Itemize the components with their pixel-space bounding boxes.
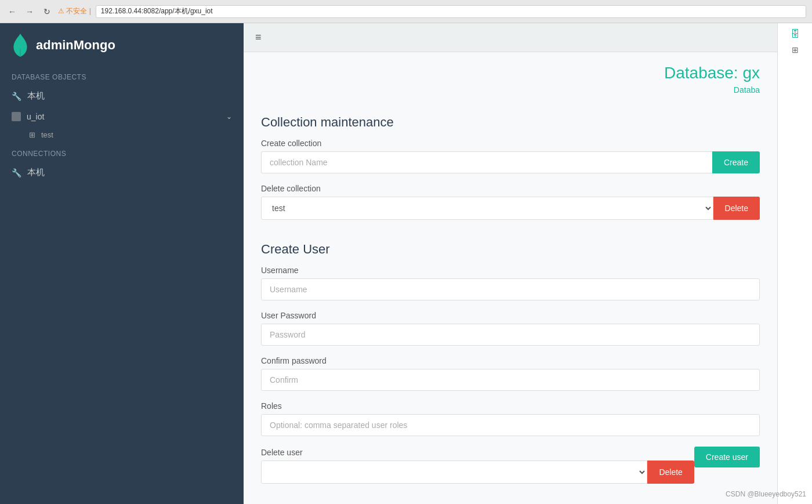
security-warning: ⚠ 不安全 | xyxy=(58,6,91,16)
sidebar-collection-item[interactable]: ⊞ test xyxy=(0,126,244,144)
delete-user-select[interactable] xyxy=(261,461,647,484)
sidebar-item-connections-host[interactable]: 🔧 本机 xyxy=(0,161,244,184)
confirm-password-label: Confirm password xyxy=(261,356,760,365)
create-user-heading: Create User xyxy=(261,242,760,257)
create-user-button[interactable]: Create user xyxy=(694,447,760,467)
confirm-password-group: Confirm password xyxy=(261,356,760,391)
delete-collection-group: Delete collection test Delete xyxy=(261,184,760,220)
right-panel: 🗄 ⊞ xyxy=(777,23,812,504)
delete-user-group: Delete user Delete xyxy=(261,448,760,484)
delete-collection-label: Delete collection xyxy=(261,184,760,193)
database-header: Database: gx xyxy=(244,52,777,85)
refresh-button[interactable]: ↻ xyxy=(41,5,53,18)
topbar: ≡ xyxy=(244,23,777,52)
username-group: Username xyxy=(261,266,760,300)
delete-user-button[interactable]: Delete xyxy=(647,461,694,484)
wrench-icon-2: 🔧 xyxy=(12,168,21,177)
create-collection-group: Create collection Create xyxy=(261,139,760,173)
sidebar-collection-name: test xyxy=(41,130,53,139)
db-icon xyxy=(12,112,21,121)
chevron-down-icon: ⌄ xyxy=(226,113,232,121)
watermark: CSDN @Blueeyedboy521 xyxy=(726,490,806,498)
password-group: User Password xyxy=(261,311,760,346)
sidebar-db-host-label: 本机 xyxy=(27,90,45,101)
delete-collection-button[interactable]: Delete xyxy=(713,197,760,220)
sidebar: adminMongo Database Objects 🔧 本机 u_iot ⌄… xyxy=(0,23,244,504)
menu-button[interactable]: ≡ xyxy=(249,28,267,46)
create-collection-label: Create collection xyxy=(261,139,760,148)
confirm-password-input[interactable] xyxy=(261,369,760,391)
sidebar-title: adminMongo xyxy=(36,38,115,53)
sidebar-db-expand[interactable]: u_iot ⌄ xyxy=(0,107,244,126)
create-collection-button[interactable]: Create xyxy=(712,151,760,173)
sidebar-header: adminMongo xyxy=(0,23,244,67)
forward-button[interactable]: → xyxy=(23,5,36,18)
collection-maintenance-heading: Collection maintenance xyxy=(261,115,760,130)
username-label: Username xyxy=(261,266,760,275)
sidebar-connections-host-label: 本机 xyxy=(27,167,45,178)
database-objects-section: Database Objects xyxy=(0,67,244,85)
roles-label: Roles xyxy=(261,401,760,411)
roles-input[interactable] xyxy=(261,414,760,436)
address-bar[interactable] xyxy=(96,5,806,18)
right-panel-db-icon[interactable]: 🗄 xyxy=(791,29,800,39)
mongo-logo xyxy=(12,34,29,57)
right-panel-table-icon[interactable]: ⊞ xyxy=(792,45,799,55)
sidebar-db-name: u_iot xyxy=(27,112,44,121)
back-button[interactable]: ← xyxy=(6,5,19,18)
sidebar-item-db-host[interactable]: 🔧 本机 xyxy=(0,85,244,107)
browser-chrome: ← → ↻ ⚠ 不安全 | xyxy=(0,0,812,23)
table-icon: ⊞ xyxy=(29,130,35,139)
password-input[interactable] xyxy=(261,324,760,346)
delete-collection-select[interactable]: test xyxy=(261,197,713,220)
content-body: Collection maintenance Create collection… xyxy=(244,103,777,504)
collection-name-input[interactable] xyxy=(261,151,712,173)
content-area: ≡ Database: gx Databa Collection mainten… xyxy=(244,23,777,504)
username-input[interactable] xyxy=(261,278,760,300)
delete-user-label: Delete user xyxy=(261,448,760,457)
password-label: User Password xyxy=(261,311,760,320)
wrench-icon: 🔧 xyxy=(12,92,21,101)
roles-group: Roles xyxy=(261,401,760,436)
connections-section: Connections xyxy=(0,144,244,161)
database-sub: Databa xyxy=(244,85,777,103)
main-content: ≡ Database: gx Databa Collection mainten… xyxy=(244,23,812,504)
